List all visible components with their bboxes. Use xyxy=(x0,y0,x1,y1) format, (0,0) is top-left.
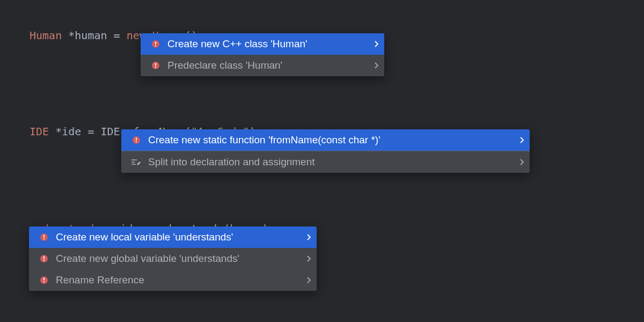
svg-point-13 xyxy=(43,260,45,261)
intention-label: Create new C++ class 'Human' xyxy=(167,38,366,50)
chevron-right-icon xyxy=(307,255,311,262)
token-type: IDE xyxy=(30,125,49,138)
svg-rect-5 xyxy=(155,63,156,66)
intention-label: Predeclare class 'Human' xyxy=(167,60,366,71)
intention-item-create-global-var[interactable]: Create new global variable 'understands' xyxy=(29,248,317,269)
edit-icon xyxy=(130,158,143,166)
chevron-right-icon xyxy=(520,137,524,143)
svg-point-1 xyxy=(155,45,156,46)
intention-label: Rename Reference xyxy=(56,274,298,286)
chevron-right-icon xyxy=(520,159,524,165)
svg-rect-11 xyxy=(43,235,45,238)
lightbulb-error-icon xyxy=(130,136,143,144)
svg-point-16 xyxy=(43,281,45,282)
intention-label: Create new static function 'fromName(con… xyxy=(148,134,511,146)
token-var: ide xyxy=(62,125,81,138)
token-type: Human xyxy=(30,29,62,42)
intention-item-create-class[interactable]: Create new C++ class 'Human' xyxy=(141,33,384,55)
lightbulb-error-icon xyxy=(38,233,50,241)
intention-popup-1: Create new C++ class 'Human' Predeclare … xyxy=(141,33,384,76)
intention-item-predeclare[interactable]: Predeclare class 'Human' xyxy=(141,55,384,76)
lightbulb-error-icon xyxy=(38,276,50,284)
intention-item-rename-reference[interactable]: Rename Reference xyxy=(29,269,317,291)
chevron-right-icon xyxy=(375,41,379,47)
svg-rect-8 xyxy=(136,138,137,141)
intention-item-create-static-fn[interactable]: Create new static function 'fromName(con… xyxy=(121,129,530,151)
token-assign: = xyxy=(81,125,100,138)
svg-rect-17 xyxy=(43,278,45,281)
token-star: * xyxy=(62,29,75,42)
token-star: * xyxy=(49,125,62,138)
chevron-right-icon xyxy=(307,277,311,283)
chevron-right-icon xyxy=(375,62,379,69)
intention-label: Split into declaration and assignment xyxy=(148,156,511,168)
intention-label: Create new global variable 'understands' xyxy=(56,253,298,265)
intention-item-create-local-var[interactable]: Create new local variable 'understands' xyxy=(29,226,317,248)
svg-rect-2 xyxy=(155,42,156,45)
svg-point-10 xyxy=(43,238,45,239)
svg-point-7 xyxy=(136,141,137,142)
token-class: IDE xyxy=(100,125,120,138)
svg-point-4 xyxy=(155,67,156,68)
token-var: human xyxy=(75,29,107,42)
intention-label: Create new local variable 'understands' xyxy=(56,231,298,243)
lightbulb-error-icon xyxy=(149,40,162,48)
intention-popup-2: Create new static function 'fromName(con… xyxy=(121,129,530,173)
svg-rect-14 xyxy=(43,257,45,259)
lightbulb-error-icon xyxy=(38,254,50,263)
intention-item-split-declaration[interactable]: Split into declaration and assignment xyxy=(121,151,530,173)
chevron-right-icon xyxy=(307,234,311,240)
intention-popup-3: Create new local variable 'understands' … xyxy=(29,226,317,291)
lightbulb-error-icon xyxy=(149,61,162,70)
token-assign: = xyxy=(107,29,127,42)
